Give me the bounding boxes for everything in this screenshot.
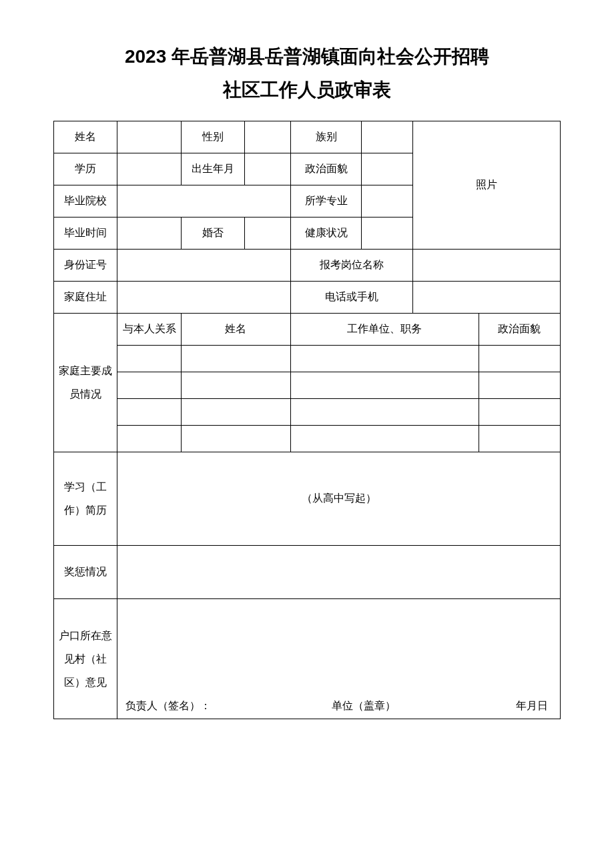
opinion-village-body[interactable]: 负责人（签名）： 单位（盖章） 年月日 [117, 598, 561, 719]
label-ethnicity: 族别 [290, 121, 362, 153]
value-address[interactable] [117, 281, 290, 313]
label-name: 姓名 [54, 121, 117, 153]
value-school[interactable] [117, 185, 290, 217]
value-gender[interactable] [245, 121, 291, 153]
label-phone: 电话或手机 [290, 281, 412, 313]
photo-cell: 照片 [412, 121, 560, 249]
family-work[interactable] [290, 372, 479, 398]
label-fm-political: 政治面貌 [479, 313, 560, 345]
value-name[interactable] [117, 121, 181, 153]
value-ethnicity[interactable] [362, 121, 412, 153]
family-relation[interactable] [117, 372, 181, 398]
family-work[interactable] [290, 425, 479, 452]
family-political[interactable] [479, 425, 560, 452]
family-relation[interactable] [117, 398, 181, 425]
label-fm-name: 姓名 [181, 313, 290, 345]
value-health[interactable] [362, 217, 412, 249]
page-title: 2023 年岳普湖县岳普湖镇面向社会公开招聘 社区工作人员政审表 [53, 40, 561, 107]
value-birth[interactable] [245, 153, 291, 185]
label-id-number: 身份证号 [54, 249, 117, 281]
label-address: 家庭住址 [54, 281, 117, 313]
family-relation[interactable] [117, 425, 181, 452]
label-political: 政治面貌 [290, 153, 362, 185]
label-family-section: 家庭主要成员情况 [54, 313, 117, 452]
sign-unit-label: 单位（盖章） [332, 699, 396, 713]
family-name[interactable] [181, 398, 290, 425]
value-resume[interactable]: （从高中写起） [117, 452, 561, 545]
family-work[interactable] [290, 398, 479, 425]
value-major[interactable] [362, 185, 412, 217]
title-line2: 社区工作人员政审表 [53, 73, 561, 107]
sign-person-label: 负责人（签名）： [125, 699, 211, 713]
form-table: 姓名 性别 族别 照片 学历 出生年月 政治面貌 毕业院校 所学专业 毕业时间 … [53, 121, 561, 719]
label-birth: 出生年月 [181, 153, 244, 185]
label-major: 所学专业 [290, 185, 362, 217]
family-political[interactable] [479, 372, 560, 398]
family-relation[interactable] [117, 345, 181, 372]
label-married: 婚否 [181, 217, 244, 249]
value-married[interactable] [245, 217, 291, 249]
label-fm-work: 工作单位、职务 [290, 313, 479, 345]
value-id-number[interactable] [117, 249, 290, 281]
label-opinion-village: 户口所在意见村（社区）意见 [54, 598, 117, 719]
label-health: 健康状况 [290, 217, 362, 249]
sign-date-label: 年月日 [516, 699, 548, 713]
label-education: 学历 [54, 153, 117, 185]
family-name[interactable] [181, 425, 290, 452]
title-line1: 2023 年岳普湖县岳普湖镇面向社会公开招聘 [53, 40, 561, 73]
label-gender: 性别 [181, 121, 244, 153]
value-phone[interactable] [412, 281, 560, 313]
value-grad-time[interactable] [117, 217, 181, 249]
family-political[interactable] [479, 345, 560, 372]
value-position[interactable] [412, 249, 560, 281]
label-grad-time: 毕业时间 [54, 217, 117, 249]
label-relation: 与本人关系 [117, 313, 181, 345]
value-political[interactable] [362, 153, 412, 185]
value-rewards[interactable] [117, 545, 561, 598]
label-school: 毕业院校 [54, 185, 117, 217]
label-resume: 学习（工作）简历 [54, 452, 117, 545]
sign-line: 负责人（签名）： 单位（盖章） 年月日 [123, 699, 555, 715]
value-education[interactable] [117, 153, 181, 185]
family-name[interactable] [181, 372, 290, 398]
label-rewards: 奖惩情况 [54, 545, 117, 598]
family-political[interactable] [479, 398, 560, 425]
family-work[interactable] [290, 345, 479, 372]
label-position: 报考岗位名称 [290, 249, 412, 281]
family-name[interactable] [181, 345, 290, 372]
